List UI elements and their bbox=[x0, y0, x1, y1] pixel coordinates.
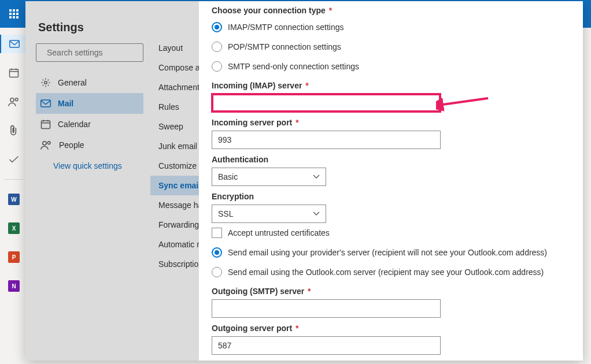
category-general-label: General bbox=[58, 78, 87, 87]
incoming-server-label: Incoming (IMAP) server * bbox=[212, 81, 566, 90]
outgoing-server-label: Outgoing (SMTP) server * bbox=[212, 287, 566, 296]
category-calendar-label: Calendar bbox=[58, 120, 91, 129]
sub-automatic-replies[interactable]: Automatic replies bbox=[150, 235, 199, 254]
auth-select[interactable]: Basic bbox=[212, 168, 326, 186]
category-mail[interactable]: Mail bbox=[36, 93, 143, 114]
settings-title: Settings bbox=[38, 21, 143, 34]
sub-subscriptions[interactable]: Subscriptions bbox=[150, 254, 199, 274]
sub-layout[interactable]: Layout bbox=[150, 38, 199, 58]
category-general[interactable]: General bbox=[36, 72, 143, 93]
settings-panel: Settings General Mail bbox=[25, 1, 583, 361]
settings-form-pane[interactable]: Choose your connection type * IMAP/SMTP … bbox=[199, 1, 583, 361]
radio-icon bbox=[212, 247, 222, 258]
category-calendar[interactable]: Calendar bbox=[36, 114, 143, 135]
svg-point-27 bbox=[47, 142, 50, 144]
sub-sweep[interactable]: Sweep bbox=[150, 117, 199, 136]
chevron-down-icon bbox=[313, 174, 320, 179]
svg-rect-21 bbox=[41, 100, 51, 107]
chevron-down-icon bbox=[313, 211, 320, 216]
sub-compose[interactable]: Compose and reply bbox=[150, 58, 199, 77]
incoming-port-input[interactable] bbox=[212, 131, 441, 149]
radio-smtp-only[interactable]: SMTP send-only connection settings bbox=[212, 61, 566, 72]
sub-junk[interactable]: Junk email bbox=[150, 136, 199, 156]
sub-rules[interactable]: Rules bbox=[150, 97, 199, 117]
enc-label: Encryption bbox=[212, 192, 566, 201]
auth-label: Authentication bbox=[212, 155, 566, 164]
calendar-icon bbox=[40, 119, 51, 129]
sub-attachments[interactable]: Attachments bbox=[150, 77, 199, 97]
sub-customize[interactable]: Customize actions bbox=[150, 156, 199, 176]
settings-categories: Settings General Mail bbox=[25, 1, 150, 361]
category-people[interactable]: People bbox=[36, 135, 143, 155]
incoming-server-input[interactable] bbox=[212, 94, 441, 112]
view-quick-settings-link[interactable]: View quick settings bbox=[53, 161, 143, 170]
category-mail-label: Mail bbox=[58, 99, 73, 108]
settings-search[interactable] bbox=[36, 43, 143, 62]
outgoing-port-label: Outgoing server port * bbox=[212, 324, 566, 333]
incoming-port-label: Incoming server port * bbox=[212, 118, 566, 127]
svg-line-28 bbox=[439, 98, 488, 105]
svg-rect-22 bbox=[42, 121, 50, 129]
mail-icon bbox=[40, 99, 51, 107]
radio-icon bbox=[212, 22, 222, 32]
svg-point-26 bbox=[43, 142, 46, 145]
checkbox-icon bbox=[212, 228, 222, 238]
outgoing-server-input[interactable] bbox=[212, 299, 441, 318]
enc-value: SSL bbox=[218, 209, 233, 218]
outgoing-port-input[interactable] bbox=[212, 336, 441, 355]
sub-sync-email[interactable]: Sync email bbox=[150, 176, 199, 195]
settings-search-input[interactable] bbox=[46, 47, 149, 58]
settings-subitems: Layout Compose and reply Attachments Rul… bbox=[150, 1, 199, 361]
auth-value: Basic bbox=[218, 172, 238, 181]
people-icon bbox=[40, 140, 52, 150]
radio-icon bbox=[212, 267, 222, 277]
sub-message-handling[interactable]: Message handling bbox=[150, 195, 199, 215]
required-asterisk: * bbox=[327, 6, 332, 15]
category-people-label: People bbox=[59, 140, 84, 150]
radio-icon bbox=[212, 42, 222, 52]
gear-icon bbox=[40, 77, 51, 88]
sub-forwarding[interactable]: Forwarding bbox=[150, 215, 199, 235]
radio-icon bbox=[212, 61, 222, 72]
accept-untrusted-checkbox[interactable]: Accept untrusted certificates bbox=[212, 228, 566, 238]
radio-send-provider[interactable]: Send email using your provider's server … bbox=[212, 247, 566, 258]
connection-type-title: Choose your connection type * bbox=[212, 6, 566, 15]
svg-point-20 bbox=[45, 81, 47, 84]
radio-imap-smtp[interactable]: IMAP/SMTP connection settings bbox=[212, 22, 566, 32]
radio-send-outlook[interactable]: Send email using the Outlook.com server … bbox=[212, 267, 566, 277]
radio-pop-smtp[interactable]: POP/SMTP connection settings bbox=[212, 42, 566, 52]
enc-select[interactable]: SSL bbox=[212, 205, 326, 223]
